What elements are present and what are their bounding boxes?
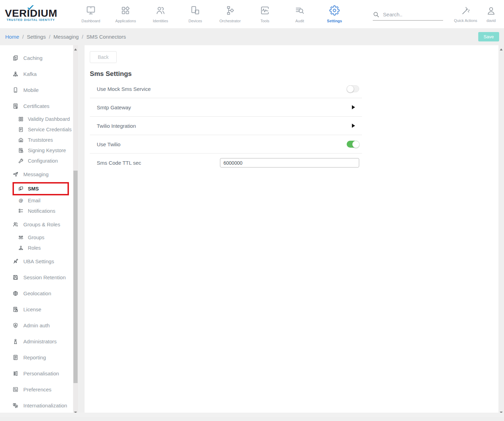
scroll-up-icon[interactable]	[74, 48, 77, 50]
global-search[interactable]	[373, 11, 443, 21]
nav-item-tools[interactable]: Tools	[247, 5, 282, 23]
applications-icon	[120, 5, 131, 16]
sidebar-item-service-credentials[interactable]: Service Credentials	[0, 124, 73, 135]
nav-item-identities[interactable]: Identities	[143, 5, 178, 23]
horizontal-scrollbar-track[interactable]	[0, 413, 504, 417]
use-twilio-toggle[interactable]	[347, 141, 359, 148]
nav-item-settings[interactable]: Settings	[317, 5, 352, 23]
sidebar-item-internationalization[interactable]: Internationalization	[0, 397, 73, 413]
toggle-knob	[347, 85, 354, 93]
user-menu[interactable]: david	[482, 6, 501, 23]
sidebar-item-session-retention[interactable]: Session Retention	[0, 269, 73, 285]
nav-item-label: Settings	[327, 19, 342, 23]
sidebar-item-groups-roles[interactable]: Groups & Roles	[0, 216, 73, 232]
sidebar-item-uba-settings[interactable]: UBA Settings	[0, 253, 73, 269]
settings-row-use-mock-sms-service: Use Mock Sms Service	[90, 80, 362, 98]
sidebar-item-preferences[interactable]: Preferences	[0, 381, 73, 397]
setting-label: Twilio Integration	[97, 123, 136, 129]
search-input[interactable]	[383, 11, 435, 17]
sidebar-item-signing-keystore[interactable]: Signing Keystore	[0, 145, 73, 156]
email-icon: @	[18, 198, 24, 203]
nav-item-label: Tools	[260, 19, 269, 23]
validity-dashboard-icon	[18, 116, 24, 122]
sidebar-item-messaging[interactable]: Messaging	[0, 166, 73, 182]
sidebar-scrollbar[interactable]	[73, 45, 78, 417]
sidebar-item-license[interactable]: License	[0, 301, 73, 317]
sidebar-item-label: Admin auth	[23, 322, 50, 328]
sidebar-item-label: Groups & Roles	[23, 221, 60, 227]
sidebar-item-label: Validity Dashboard	[28, 116, 70, 122]
expand-arrow-icon[interactable]	[352, 124, 355, 128]
page-scrollbar[interactable]	[498, 45, 504, 417]
settings-rows: Use Mock Sms ServiceSmtp GatewayTwilio I…	[90, 80, 362, 172]
breadcrumb-item-settings: Settings	[27, 34, 46, 40]
configuration-icon	[18, 158, 24, 164]
sidebar-item-email[interactable]: @ Email	[0, 195, 73, 206]
sidebar-item-roles[interactable]: Roles	[0, 243, 73, 253]
sidebar-item-label: Messaging	[23, 171, 49, 177]
signing-keystore-icon	[18, 148, 24, 153]
settings-row-use-twilio: Use Twilio	[90, 135, 362, 154]
logo-wordmark: VERIDIUM	[5, 8, 66, 18]
svg-text:@: @	[19, 198, 23, 203]
sidebar-item-label: Preferences	[23, 387, 52, 392]
sidebar-item-label: Configuration	[28, 158, 58, 164]
logo-checkmark-icon	[27, 5, 34, 11]
admin-auth-icon	[13, 322, 18, 328]
quick-actions-button[interactable]: Quick Actions	[449, 6, 482, 23]
nav-item-audit[interactable]: Audit	[282, 5, 317, 23]
reporting-icon	[13, 354, 18, 360]
nav-item-orchestrator[interactable]: Orchestrator	[213, 5, 247, 23]
sidebar-item-label: Service Credentials	[28, 127, 72, 132]
back-button[interactable]: Back	[90, 51, 117, 63]
expand-arrow-icon[interactable]	[352, 105, 355, 109]
sidebar-item-validity-dashboard[interactable]: Validity Dashboard	[0, 114, 73, 124]
sidebar-item-label: Geolocation	[23, 290, 51, 296]
sidebar-item-mobile[interactable]: Mobile	[0, 82, 73, 98]
sidebar-item-label: Certificates	[23, 103, 49, 109]
setting-label: Smtp Gateway	[97, 104, 131, 110]
sidebar-item-kafka[interactable]: Kafka	[0, 66, 73, 82]
dashboard-icon	[86, 5, 96, 16]
logo-tagline: TRUSTED DIGITAL IDENTITY	[7, 18, 66, 22]
sidebar-item-admin-auth[interactable]: Admin auth	[0, 317, 73, 333]
sidebar-scroll-thumb[interactable]	[73, 171, 78, 383]
sidebar-item-groups[interactable]: Groups	[0, 232, 73, 243]
truststores-icon	[18, 137, 24, 143]
nav-item-dashboard[interactable]: Dashboard	[73, 5, 108, 23]
sidebar-item-notifications[interactable]: Notifications	[0, 206, 73, 216]
sidebar-item-personalisation[interactable]: Personalisation	[0, 365, 73, 381]
use-mock-sms-service-toggle[interactable]	[347, 85, 359, 92]
breadcrumb-item-messaging: Messaging	[54, 34, 79, 40]
save-button[interactable]: Save	[478, 32, 499, 41]
orchestrator-icon	[225, 5, 235, 16]
page-scroll-up-icon[interactable]	[500, 48, 503, 50]
nav-item-applications[interactable]: Applications	[108, 5, 143, 23]
sidebar-item-certificates[interactable]: Certificates	[0, 98, 73, 114]
sidebar-item-truststores[interactable]: Truststores	[0, 135, 73, 145]
quick-actions-label: Quick Actions	[454, 18, 477, 23]
messaging-icon	[13, 171, 18, 177]
sms-code-ttl-sec-input[interactable]	[220, 158, 359, 167]
nav-item-label: Applications	[115, 19, 136, 23]
breadcrumb-item-home[interactable]: Home	[5, 34, 19, 40]
sidebar-item-label: License	[23, 306, 41, 312]
breadcrumb-item-sms-connectors: SMS Connectors	[86, 34, 126, 40]
sidebar-item-administrators[interactable]: Administrators	[0, 333, 73, 349]
identities-icon	[155, 5, 166, 16]
sidebar-item-sms[interactable]: SMS	[13, 182, 69, 195]
nav-item-devices[interactable]: Devices	[178, 5, 213, 23]
sidebar-item-geolocation[interactable]: Geolocation	[0, 285, 73, 301]
veridium-logo[interactable]: VERIDIUM TRUSTED DIGITAL IDENTITY	[5, 7, 66, 22]
breadcrumb-separator: /	[49, 34, 50, 40]
nav-item-label: Audit	[295, 19, 304, 23]
setting-label: Use Mock Sms Service	[97, 86, 151, 92]
primary-nav: Dashboard Applications Identities Device…	[73, 5, 352, 23]
sidebar-item-label: Roles	[28, 245, 41, 251]
sidebar-item-reporting[interactable]: Reporting	[0, 349, 73, 365]
toggle-knob	[352, 141, 360, 148]
settings-row-smtp-gateway: Smtp Gateway	[90, 98, 362, 117]
sidebar-item-caching[interactable]: Caching	[0, 50, 73, 66]
nav-item-label: Devices	[188, 19, 202, 23]
sidebar-item-configuration[interactable]: Configuration	[0, 156, 73, 166]
